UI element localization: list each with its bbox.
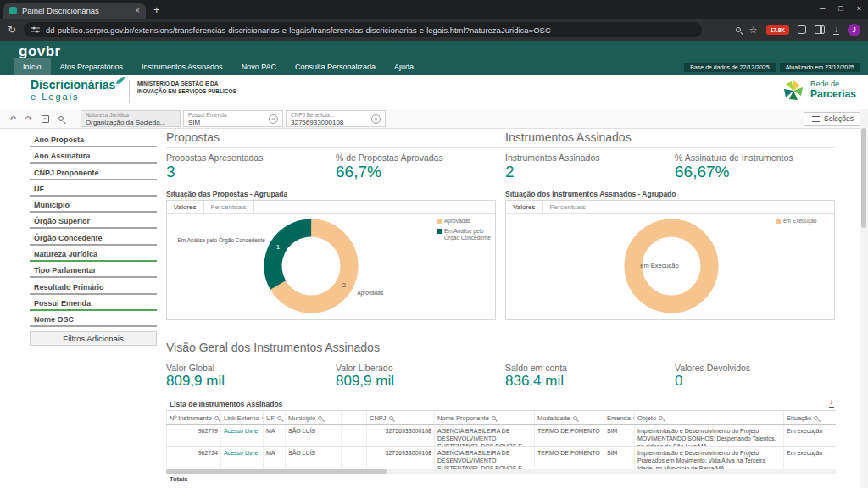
cell-objeto[interactable]: Implementação e Desenvolvimento do Proje… [634, 447, 783, 469]
filter-municipio[interactable]: Município [30, 199, 157, 213]
nav-item-atos-preparatorios[interactable]: Atos Preparatórios [51, 58, 133, 75]
cell-n-instrumento[interactable]: 962724 [166, 447, 220, 469]
filter-natureza-juridica[interactable]: Natureza Jurídica [30, 248, 157, 262]
maximize-icon[interactable]: □ [838, 4, 843, 13]
filter-orgao-superior[interactable]: Órgão Superior [30, 215, 157, 229]
url-bar[interactable]: dd-publico.serpro.gov.br/extensions/tran… [24, 22, 702, 37]
nav-item-inicio[interactable]: Início [14, 58, 51, 75]
tab-percentuais[interactable]: Percentuais [543, 201, 593, 213]
cell-uf[interactable]: MA [263, 425, 285, 446]
cell-situacao[interactable]: Em execução [783, 425, 831, 446]
selections-button[interactable]: Seleções [804, 112, 862, 126]
column-search-icon[interactable] [633, 416, 634, 420]
column-search-icon[interactable] [277, 416, 281, 420]
column-search-icon[interactable] [814, 416, 818, 420]
clear-selections-icon[interactable]: × [38, 112, 52, 125]
cell-cnpj[interactable]: 32756933000108 [366, 447, 434, 469]
undo-selection-icon[interactable]: ↶ [6, 112, 19, 125]
cell-cnpj[interactable]: 32756933000108 [366, 425, 434, 446]
column-header-nome-proponente[interactable]: Nome Proponente [434, 411, 534, 424]
filter-possui-emenda[interactable]: Possui Emenda [30, 297, 157, 311]
cell-municipio[interactable]: SÃO LUÍS [285, 425, 341, 446]
cell-objeto[interactable]: Implementação e Desenvolvimento do Proje… [634, 425, 783, 446]
additional-filters-button[interactable]: Filtros Adicionais [30, 331, 157, 346]
legend-entry[interactable]: Em Análise pelo Órgão Concedente [437, 228, 491, 241]
tab-percentuais[interactable]: Percentuais [204, 201, 254, 213]
table-row[interactable]: 962779 Acesso Livre MA SÃO LUÍS 32756933… [166, 425, 836, 447]
nav-item-ajuda[interactable]: Ajuda [385, 58, 423, 75]
column-header-situacao[interactable]: Situação [783, 411, 831, 424]
extensions-puzzle-icon[interactable] [798, 25, 806, 34]
govbr-logo[interactable]: govbr [19, 43, 61, 60]
selection-chip-natureza-juridica[interactable]: Natureza Jurídica Organização da Socieda… [81, 110, 181, 127]
redo-selection-icon[interactable]: ↷ [22, 112, 36, 125]
filter-tipo-parlamentar[interactable]: Tipo Parlamentar [30, 264, 157, 278]
column-header-objeto[interactable]: Objeto [634, 411, 783, 424]
selection-chip-cnpj-beneficiario[interactable]: CNPJ Beneficiá... 32756933000108 × [286, 110, 386, 127]
cell-link-externo[interactable]: Acesso Livre [220, 425, 263, 446]
legend-entry[interactable]: Aprovadas [437, 218, 491, 225]
smart-search-icon[interactable] [54, 112, 68, 125]
tab-close-icon[interactable]: × [135, 7, 140, 15]
column-header-uf[interactable]: UF [263, 411, 285, 424]
cell-municipio[interactable]: SÃO LUÍS [285, 447, 341, 469]
filter-resultado-primario[interactable]: Resultado Primário [30, 281, 157, 295]
downloads-icon[interactable]: ↓ [833, 25, 839, 35]
filter-cnpj-proponente[interactable]: CNPJ Proponente [30, 167, 157, 180]
scrollbar-thumb[interactable] [166, 469, 387, 474]
nav-item-consulta-personalizada[interactable]: Consulta Personalizada [286, 58, 385, 75]
tune-icon[interactable] [31, 25, 40, 34]
close-icon[interactable]: × [857, 4, 861, 13]
table-row[interactable]: 962724 Acesso Livre MA SÃO LUÍS 32756933… [166, 447, 836, 469]
cell-emenda[interactable]: SIM [604, 447, 634, 469]
column-header-cnpj[interactable]: CNPJ [366, 411, 434, 424]
cell-emenda[interactable]: SIM [604, 425, 634, 446]
scrollbar-thumb[interactable] [861, 128, 866, 228]
cell-n-instrumento[interactable]: 962779 [166, 425, 220, 446]
cell-modalidade[interactable]: TERMO DE FOMENTO [534, 447, 604, 469]
minimize-icon[interactable]: ─ [820, 4, 825, 13]
cell-situacao[interactable]: Em execução [783, 447, 831, 469]
nav-item-novo-pac[interactable]: Novo PAC [232, 58, 286, 75]
filter-ano-assinatura[interactable]: Ano Assinatura [30, 150, 157, 164]
tab-valores[interactable]: Valores [167, 201, 204, 213]
cell-modalidade[interactable]: TERMO DE FOMENTO [534, 425, 604, 446]
column-search-icon[interactable] [389, 416, 393, 420]
cell-link-externo[interactable]: Acesso Livre [220, 447, 263, 469]
export-download-icon[interactable]: ↓ [829, 398, 835, 408]
search-icon[interactable] [736, 27, 741, 32]
column-search-icon[interactable] [318, 416, 322, 420]
filter-orgao-concedente[interactable]: Órgão Concedente [30, 232, 157, 246]
table-horizontal-scrollbar[interactable] [166, 469, 836, 474]
side-panel-icon[interactable] [815, 25, 825, 34]
remove-selection-icon[interactable]: × [371, 114, 381, 124]
column-header-modalidade[interactable]: Modalidade [534, 411, 604, 424]
filter-nome-osc[interactable]: Nome OSC [30, 313, 157, 327]
cell-proponente[interactable]: AGENCIA BRASILEIRA DE DESENVOLVIMENTO SU… [434, 447, 534, 469]
column-search-icon[interactable] [659, 416, 663, 420]
bookmark-star-icon[interactable]: ☆ [749, 25, 758, 35]
tab-valores[interactable]: Valores [506, 201, 543, 213]
acesso-livre-link[interactable]: Acesso Livre [224, 450, 258, 456]
column-header-emenda[interactable]: Emenda [604, 411, 634, 424]
extension-badge[interactable]: 17.8K [766, 25, 789, 35]
reload-icon[interactable]: ↻ [8, 24, 16, 36]
browser-tab[interactable]: Painel Discricionárias × [3, 3, 146, 19]
legend-entry[interactable]: em Execução [776, 218, 830, 225]
column-header-municipio[interactable]: Município [285, 411, 341, 424]
donut-chart-instrumentos[interactable]: em Execução [506, 214, 836, 320]
cell-proponente[interactable]: AGENCIA BRASILEIRA DE DESENVOLVIMENTO SU… [434, 425, 534, 446]
filter-ano-proposta[interactable]: Ano Proposta [30, 134, 157, 147]
profile-avatar[interactable]: J [848, 24, 860, 36]
filter-uf[interactable]: UF [30, 183, 157, 197]
remove-selection-icon[interactable]: × [269, 114, 278, 124]
acesso-livre-link[interactable]: Acesso Livre [224, 428, 258, 434]
column-header-n-instrumento[interactable]: Nº Instrumento [166, 411, 220, 424]
page-scrollbar[interactable] [860, 109, 868, 488]
column-header-link-externo[interactable]: Link Externo [220, 411, 263, 424]
cell-uf[interactable]: MA [263, 447, 285, 469]
column-search-icon[interactable] [492, 416, 496, 420]
column-search-icon[interactable] [214, 416, 219, 420]
selection-chip-possui-emenda[interactable]: Possui Emenda SIM × [183, 110, 283, 127]
column-search-icon[interactable] [573, 416, 577, 420]
